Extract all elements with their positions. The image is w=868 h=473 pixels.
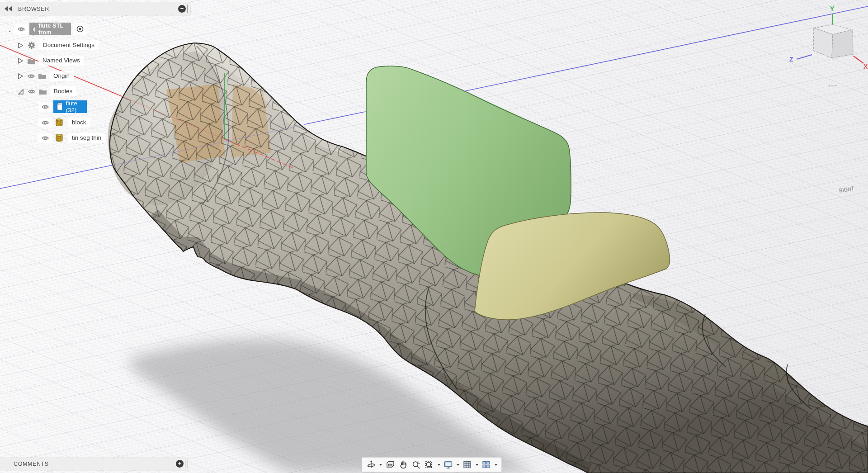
visibility-eye-icon[interactable] xyxy=(38,102,52,112)
view-cube[interactable]: Y Z X TOP FRONT RIGHT xyxy=(789,0,868,194)
visibility-eye-icon[interactable] xyxy=(38,133,52,143)
tree-row-named-views[interactable]: Named Views xyxy=(17,54,84,67)
collapsed-arrow-icon[interactable] xyxy=(17,42,24,49)
folder-icon xyxy=(38,73,47,80)
tree-item-label: Origin xyxy=(49,71,74,81)
minimize-panel-button[interactable]: − xyxy=(178,5,186,13)
orbit-icon[interactable] xyxy=(365,459,377,471)
browser-panel-title: BROWSER xyxy=(18,6,49,12)
selected-body-item[interactable]: flute (32) xyxy=(53,100,87,113)
display-settings-icon[interactable] xyxy=(443,459,454,471)
visibility-eye-icon[interactable] xyxy=(28,89,36,95)
fusion-viewport: Y Z X TOP FRONT RIGHT BROWSER − xyxy=(0,0,868,473)
root-document-item[interactable]: Kiowa flute STL from Scott v2 xyxy=(29,23,71,35)
tree-row-origin[interactable]: Origin xyxy=(17,70,74,82)
orbit-dropdown-caret[interactable] xyxy=(379,464,382,466)
panel-resize-grip[interactable] xyxy=(187,5,190,13)
body-label: tin seg thin xyxy=(68,133,105,143)
mesh-body-white-icon xyxy=(55,101,62,112)
expanded-arrow-icon[interactable] xyxy=(8,26,10,33)
collapse-panel-icon[interactable] xyxy=(5,6,13,11)
look-at-icon[interactable] xyxy=(384,459,396,471)
grid-and-snaps-icon[interactable] xyxy=(462,459,473,471)
display-dropdown-caret[interactable] xyxy=(457,464,459,466)
tree-row-document-settings[interactable]: Document Settings xyxy=(17,39,99,52)
tree-item-label: Document Settings xyxy=(39,40,99,50)
fit-icon[interactable] xyxy=(424,459,435,471)
root-document-label: Kiowa flute STL from Scott v2 xyxy=(38,15,66,43)
fit-dropdown-caret[interactable] xyxy=(438,464,440,466)
visibility-eye-icon[interactable] xyxy=(27,73,35,79)
visibility-eye-icon[interactable] xyxy=(38,118,52,128)
tree-row-bodies[interactable]: Bodies xyxy=(17,85,76,98)
expanded-arrow-icon[interactable] xyxy=(17,88,24,95)
tree-row-tin-seg-thin[interactable]: tin seg thin xyxy=(38,132,105,144)
axis-z-line xyxy=(0,165,113,189)
mesh-body-gold-icon xyxy=(53,117,65,128)
viewcube-right-label: RIGHT xyxy=(839,185,855,194)
zoom-icon[interactable]: ± xyxy=(410,459,422,471)
body-label: block xyxy=(68,118,90,128)
viewcube-axis-z-label: Z xyxy=(789,56,793,63)
tree-row-root[interactable]: Kiowa flute STL from Scott v2 xyxy=(8,23,88,35)
folder-icon xyxy=(27,57,36,64)
viewcube-axis-x-label: X xyxy=(863,63,868,70)
viewcube-top-label: TOP xyxy=(828,85,838,87)
comments-panel-title: COMMENTS xyxy=(14,461,49,467)
grid-dropdown-caret[interactable] xyxy=(476,464,478,466)
tree-row-block[interactable]: block xyxy=(38,116,90,129)
add-comment-button[interactable]: + xyxy=(176,460,184,468)
body-label: flute (32) xyxy=(66,100,81,114)
comments-panel-header: COMMENTS + xyxy=(0,458,188,470)
collapsed-arrow-icon[interactable] xyxy=(17,57,24,64)
panel-resize-grip[interactable] xyxy=(185,460,188,468)
tree-item-label: Bodies xyxy=(50,86,76,96)
svg-text:±: ± xyxy=(418,460,420,464)
tree-row-flute[interactable]: flute (32) xyxy=(38,100,87,113)
mesh-body-gold-icon xyxy=(53,132,65,144)
component-cube-icon xyxy=(31,24,34,34)
viewports-dropdown-caret[interactable] xyxy=(495,464,497,466)
gear-icon xyxy=(27,41,36,50)
tree-item-label: Named Views xyxy=(38,56,84,66)
activate-component-radio[interactable] xyxy=(73,23,87,35)
scene-canvas[interactable]: Y Z X TOP FRONT RIGHT xyxy=(0,0,868,473)
folder-icon xyxy=(38,88,47,95)
visibility-eye-icon[interactable] xyxy=(14,24,28,34)
navigation-toolbar: ± xyxy=(362,457,502,472)
viewcube-right-face xyxy=(832,30,853,58)
viewcube-axis-y-label: Y xyxy=(830,5,835,12)
viewports-icon[interactable] xyxy=(481,459,492,471)
pan-icon[interactable] xyxy=(397,459,409,471)
collapsed-arrow-icon[interactable] xyxy=(17,73,24,80)
browser-panel-header: BROWSER − xyxy=(0,2,190,15)
